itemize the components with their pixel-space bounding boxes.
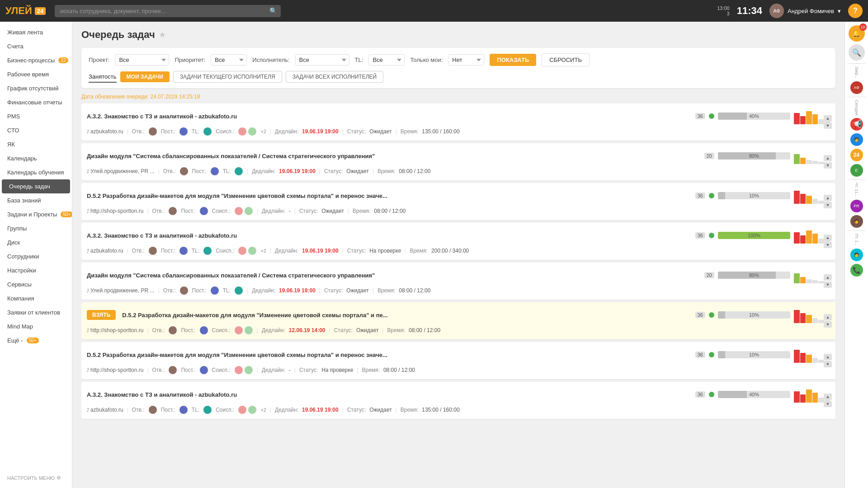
take-button[interactable]: ВЗЯТЬ [87, 310, 116, 320]
show-button[interactable]: ПОКАЗАТЬ [490, 54, 536, 66]
task-badge-num: 20 [704, 272, 714, 278]
task-title[interactable]: Дизайн модуля "Система сбалансированных … [87, 153, 701, 160]
sidebar-item-employees[interactable]: Сотрудники [0, 249, 72, 263]
executor-filter-select[interactable]: Все [295, 54, 349, 66]
sidebar-item-disk[interactable]: Диск [0, 235, 72, 249]
sidebar-item-settings[interactable]: Настройки [0, 263, 72, 277]
task-progress: 10% [718, 192, 790, 199]
scroll-arrows: ▲ ▼ [824, 155, 832, 169]
scroll-up-arrow[interactable]: ▲ [824, 195, 832, 201]
scroll-up-arrow[interactable]: ▲ [824, 274, 832, 281]
sidebar-item-groups[interactable]: Группы [0, 221, 72, 235]
sidebar-item-pms[interactable]: PMS [0, 109, 72, 123]
scroll-up-arrow[interactable]: ▲ [824, 314, 832, 320]
sidebar-item-yak[interactable]: ЯК [0, 137, 72, 151]
post-label: Пост.: [192, 287, 207, 294]
scroll-down-arrow[interactable]: ▼ [824, 361, 832, 367]
priority-filter-select[interactable]: Все [211, 54, 247, 66]
sidebar-item-training-calendar[interactable]: Календарь обучения [0, 165, 72, 179]
right-user-thu-1[interactable]: PR [847, 200, 867, 212]
task-badge-num: 36 [695, 312, 705, 318]
post-label: Пост.: [192, 168, 207, 174]
resp-avatars [168, 366, 177, 375]
sidebar-item-absence[interactable]: График отсутствий [0, 81, 72, 95]
sidebar-item-knowledge[interactable]: База знаний [0, 193, 72, 207]
status-meta-label: Статус: [324, 287, 343, 294]
coinsp-avatar-1 [234, 206, 243, 216]
task-progress-fill [718, 113, 747, 120]
scroll-down-arrow[interactable]: ▼ [824, 242, 832, 248]
post-avatars [179, 405, 188, 414]
user-avatar: АФ [769, 4, 784, 18]
only-mine-filter-select[interactable]: Нет Да [448, 54, 484, 66]
scroll-down-arrow[interactable]: ▼ [824, 401, 832, 407]
task-title[interactable]: D.5.2 Разработка дизайн-макетов для моду… [87, 352, 692, 358]
scroll-up-arrow[interactable]: ▲ [824, 155, 832, 161]
scroll-up-arrow[interactable]: ▲ [824, 354, 832, 360]
tab-current-executor[interactable]: ЗАДАЧИ ТЕКУЩЕГО ИСПОЛНИТЕЛЯ [173, 71, 282, 83]
sidebar-item-client-requests[interactable]: Заявки от клиентов [0, 305, 72, 319]
right-user-closed[interactable]: АФ [847, 81, 867, 94]
sidebar-item-worktime[interactable]: Рабочее время [0, 67, 72, 81]
sidebar-item-company[interactable]: Компания [0, 291, 72, 305]
notifications-icon: 🔔 [853, 30, 860, 37]
right-user-today-2[interactable]: 🧑 [847, 133, 867, 146]
project-filter-select[interactable]: Все [115, 54, 169, 66]
sidebar-footer[interactable]: НАСТРОИТЬ МЕНЮ ⚙ [0, 471, 72, 484]
task-title[interactable]: А.3.2. Знакомство с ТЗ и аналитикой - az… [87, 232, 692, 239]
sidebar-item-calendar[interactable]: Календарь [0, 151, 72, 165]
tab-activity[interactable]: Занятость [89, 71, 117, 83]
scroll-arrows: ▲ ▼ [824, 195, 832, 208]
scroll-down-arrow[interactable]: ▼ [824, 282, 832, 288]
deadline-value: 19.06.19 19:00 [302, 407, 339, 413]
notifications-button[interactable]: 🔔 10 [849, 25, 865, 42]
scroll-up-arrow[interactable]: ▲ [824, 235, 832, 241]
tasks-projects-badge: 50+ [61, 211, 72, 217]
badge-24-icon[interactable]: 24 [850, 149, 863, 161]
right-user-today-1[interactable]: 📢 [847, 118, 867, 131]
sidebar-item-mindmap[interactable]: Mind Map [0, 319, 72, 333]
help-button[interactable]: ? [848, 4, 863, 18]
sidebar-item-sto[interactable]: СТО [0, 123, 72, 137]
task-title[interactable]: D.5.2 Разработка дизайн-макетов для моду… [87, 192, 692, 199]
favorite-star-icon[interactable]: ★ [159, 30, 166, 40]
deadline-value: - [289, 208, 291, 214]
sidebar-item-tasks-projects[interactable]: Задачи и Проекты 50+ [0, 207, 72, 221]
tab-my-tasks[interactable]: МОИ ЗАДАЧИ [120, 71, 170, 82]
extra-people: +2 [260, 129, 266, 134]
user-menu[interactable]: АФ Андрей Фомичев ▾ [769, 4, 841, 18]
sidebar-item-finreports[interactable]: Финансовые отчеты [0, 95, 72, 109]
scroll-down-arrow[interactable]: ▼ [824, 162, 832, 169]
sidebar-item-bizprocesses[interactable]: Бизнес-процессы 22 [0, 53, 72, 67]
right-search-icon[interactable]: 🔍 [849, 44, 865, 61]
scroll-down-arrow[interactable]: ▼ [824, 202, 832, 208]
sidebar-item-more[interactable]: Ещё - 50+ [0, 333, 72, 347]
right-user-today-3[interactable]: E [847, 164, 867, 177]
tl-filter-select[interactable]: Все [368, 54, 405, 66]
logo-text: УЛЕЙ [5, 5, 32, 17]
right-user-fri-phone[interactable]: 📞 [847, 264, 867, 277]
search-input[interactable] [55, 5, 281, 17]
task-title[interactable]: А.3.2. Знакомство с ТЗ и аналитикой - az… [87, 391, 692, 398]
sidebar-item-livefeeed[interactable]: Живая лента [0, 25, 72, 39]
configure-menu-icon: ⚙ [57, 475, 61, 481]
task-title[interactable]: D.5.2 Разработка дизайн-макетов для моду… [122, 312, 691, 319]
app-logo[interactable]: УЛЕЙ 24 [5, 5, 46, 17]
filter-row: Проект: Все Приоритет: Все Исполнитель: … [89, 53, 828, 66]
scroll-up-arrow[interactable]: ▲ [824, 115, 832, 122]
priority-filter-label: Приоритет: [175, 56, 205, 63]
reset-button[interactable]: СБРОСИТЬ [542, 53, 590, 66]
sidebar-item-task-queue[interactable]: Очередь задач [2, 179, 70, 193]
tab-all-executors[interactable]: ЗАДАЧИ ВСЕХ ИСПОЛНИТЕЛЕЙ [286, 71, 384, 83]
scroll-up-arrow[interactable]: ▲ [824, 394, 832, 400]
right-user-fri-1[interactable]: 🧑 [847, 249, 867, 261]
task-title[interactable]: А.3.2. Знакомство с ТЗ и аналитикой - az… [87, 113, 692, 120]
task-title[interactable]: Дизайн модуля "Система сбалансированных … [87, 272, 701, 279]
right-user-thu-2[interactable]: 🧑 [847, 215, 867, 228]
scroll-down-arrow[interactable]: ▼ [824, 122, 832, 129]
task-source: ⤴ Улей.продвижение, PR ... [87, 287, 155, 294]
sidebar-item-accounts[interactable]: Счета [0, 39, 72, 53]
topnav: УЛЕЙ 24 🔍 13:00 3 11:34 АФ Андрей Фомиче… [0, 0, 868, 22]
sidebar-item-services[interactable]: Сервисы [0, 277, 72, 291]
scroll-down-arrow[interactable]: ▼ [824, 321, 832, 328]
